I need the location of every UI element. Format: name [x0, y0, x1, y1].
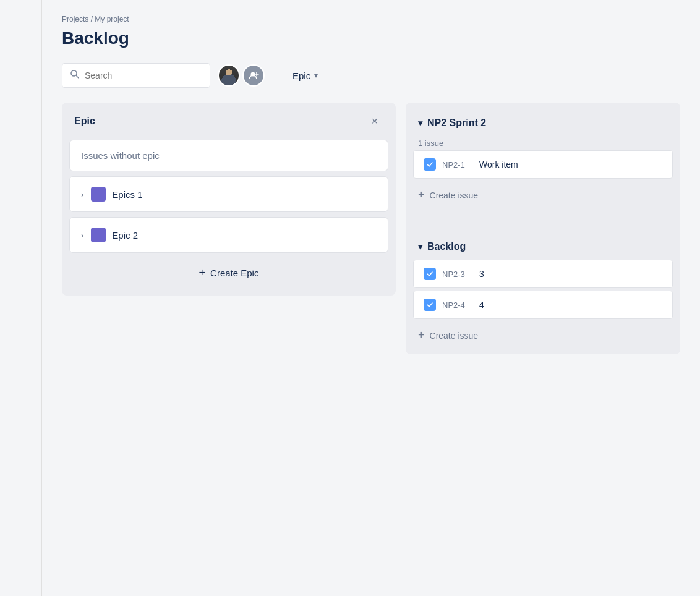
- backlog-section: ▾ Backlog NP2-3 3: [406, 229, 680, 354]
- create-epic-plus-icon: +: [199, 266, 206, 279]
- epic-item-no-epic[interactable]: Issues without epic: [69, 140, 388, 171]
- create-issue-plus-icon-backlog: +: [418, 329, 425, 342]
- avatar-group: [218, 64, 265, 87]
- epic-panel-title: Epic: [74, 116, 95, 127]
- epic-item-label-1: Epics 1: [112, 189, 142, 200]
- issue-checkbox-np2-3[interactable]: [424, 268, 436, 280]
- backlog-collapse-icon[interactable]: ▾: [418, 242, 422, 252]
- sprint-issue-count-1: 1 issue: [406, 136, 680, 150]
- toolbar-divider: [275, 68, 275, 83]
- issue-id-np2-3: NP2-3: [442, 270, 473, 279]
- left-sidebar: [0, 0, 42, 596]
- search-box[interactable]: [62, 63, 210, 88]
- epic-filter-label: Epic: [292, 70, 310, 81]
- epic-panel-close-button[interactable]: ×: [366, 113, 383, 130]
- epic-expand-icon-1: ›: [81, 190, 83, 199]
- issue-row-np2-4[interactable]: NP2-4 4: [413, 291, 673, 319]
- sprint-header-1: ▾ NP2 Sprint 2: [406, 110, 680, 136]
- backlog-title: Backlog: [427, 241, 466, 252]
- epic-filter-chevron-icon: ▾: [314, 71, 318, 80]
- epic-item-epic2[interactable]: › Epic 2: [69, 217, 388, 253]
- epic-item-no-epic-label: Issues without epic: [81, 150, 160, 161]
- create-issue-label-backlog: Create issue: [430, 331, 479, 341]
- svg-line-1: [76, 75, 79, 78]
- avatar-add[interactable]: [242, 64, 265, 87]
- issue-id-np2-1: NP2-1: [442, 160, 473, 169]
- issue-title-np2-4: 4: [479, 300, 484, 310]
- two-col-layout: Epic × Issues without epic › Epics 1 ›: [62, 103, 680, 354]
- backlog-header: ▾ Backlog: [406, 234, 680, 260]
- epic-panel-header: Epic ×: [62, 103, 396, 140]
- toolbar: Epic ▾: [62, 63, 680, 88]
- create-issue-plus-icon-sprint1: +: [418, 189, 425, 202]
- create-issue-button-sprint1[interactable]: + Create issue: [406, 181, 680, 209]
- breadcrumb: Projects / My project: [62, 15, 680, 23]
- issue-id-np2-4: NP2-4: [442, 300, 473, 310]
- epic-item-epics1[interactable]: › Epics 1: [69, 176, 388, 212]
- epic-expand-icon-2: ›: [81, 231, 83, 240]
- create-issue-label-sprint1: Create issue: [430, 190, 479, 200]
- sprint-collapse-icon-1[interactable]: ▾: [418, 118, 422, 128]
- search-input[interactable]: [85, 70, 202, 80]
- issue-title-np2-1: Work item: [479, 160, 518, 169]
- main-content: Projects / My project Backlog: [42, 0, 700, 596]
- sprint-section-1: ▾ NP2 Sprint 2 1 issue NP2-1 Work item: [406, 103, 680, 216]
- epic-item-label-2: Epic 2: [112, 230, 138, 241]
- create-issue-button-backlog[interactable]: + Create issue: [406, 321, 680, 349]
- create-epic-button[interactable]: + Create Epic: [69, 258, 388, 288]
- epic-color-dot-2: [91, 228, 106, 242]
- create-epic-label: Create Epic: [210, 268, 258, 278]
- issue-row-np2-3[interactable]: NP2-3 3: [413, 260, 673, 288]
- avatar-user1[interactable]: [218, 64, 240, 87]
- page-title: Backlog: [62, 28, 680, 48]
- sprint-panel: ▾ NP2 Sprint 2 1 issue NP2-1 Work item: [406, 103, 680, 354]
- search-icon: [70, 69, 80, 82]
- issue-checkbox-np2-1[interactable]: [424, 158, 436, 171]
- epic-color-dot-1: [91, 187, 106, 202]
- epic-filter-button[interactable]: Epic ▾: [285, 67, 325, 85]
- issue-checkbox-np2-4[interactable]: [424, 299, 436, 311]
- issue-row-np2-1[interactable]: NP2-1 Work item: [413, 150, 673, 179]
- issue-title-np2-3: 3: [479, 269, 484, 279]
- sprint-title-1: NP2 Sprint 2: [427, 117, 486, 129]
- epic-panel: Epic × Issues without epic › Epics 1 ›: [62, 103, 396, 296]
